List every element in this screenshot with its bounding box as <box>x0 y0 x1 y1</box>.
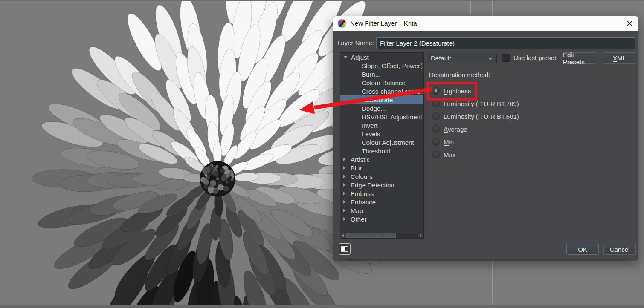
tree-item-burn[interactable]: Burn... <box>340 70 423 78</box>
tree-item-dodge[interactable]: Dodge... <box>340 104 423 112</box>
options-frame-border <box>427 81 427 240</box>
edit-presets-button[interactable]: Edit Presets <box>563 52 596 64</box>
tree-item-colour-adjustment[interactable]: Colour Adjustment <box>340 138 423 147</box>
tree-item-hsv-hsl-adjustment[interactable]: HSV/HSL Adjustment <box>340 112 423 121</box>
new-filter-layer-dialog: New Filter Layer – Krita Layer Name: Fil… <box>333 16 638 259</box>
tree-item-desaturate-selected[interactable]: Desaturate <box>340 95 423 104</box>
options-bottom-separator <box>427 240 633 240</box>
chevron-down-icon <box>488 58 493 60</box>
triangle-right-icon[interactable] <box>343 209 347 212</box>
desaturation-method-heading: Desaturation method: <box>429 71 490 78</box>
triangle-right-icon[interactable] <box>343 183 347 187</box>
filter-preview-toggle-button[interactable] <box>339 243 351 255</box>
tree-item-edge-detection[interactable]: Edge Detection <box>340 181 423 189</box>
ok-button[interactable]: OK <box>566 244 599 255</box>
triangle-right-icon[interactable] <box>343 192 347 195</box>
tree-item-emboss[interactable]: Emboss <box>340 189 423 198</box>
radio-selected-icon[interactable] <box>432 87 440 95</box>
radio-icon[interactable] <box>432 151 440 158</box>
triangle-right-icon[interactable] <box>343 175 347 178</box>
status-bar-strip <box>0 305 644 308</box>
scrollbar-right-arrow-icon[interactable] <box>418 233 423 238</box>
tree-item-threshold[interactable]: Threshold <box>340 147 423 155</box>
radio-average[interactable]: Average <box>432 125 467 133</box>
dialog-title: New Filter Layer – Krita <box>350 20 417 27</box>
triangle-right-icon[interactable] <box>343 158 347 161</box>
tree-item-enhance[interactable]: Enhance <box>340 198 423 206</box>
tree-item-adjust[interactable]: Adjust <box>340 53 423 61</box>
cancel-button[interactable]: Cancel <box>603 244 636 255</box>
split-square-icon <box>341 246 348 252</box>
tree-item-invert[interactable]: Invert <box>340 121 423 130</box>
triangle-right-icon[interactable] <box>343 200 347 204</box>
tree-item-map[interactable]: Map <box>340 206 423 215</box>
triangle-right-icon[interactable] <box>343 217 347 221</box>
layer-name-label: Layer Name: <box>337 38 374 48</box>
tree-item-cross-channel[interactable]: Cross-channel colour... <box>340 87 423 95</box>
preset-dropdown[interactable]: Default <box>427 53 497 63</box>
radio-lightness[interactable]: Lightness <box>432 86 471 95</box>
xml-button[interactable]: XML <box>603 52 636 64</box>
use-last-preset-label: Use last preset <box>513 54 556 62</box>
filter-category-tree[interactable]: Adjust Slope, Offset, Power(A Burn... Co… <box>340 52 424 239</box>
scrollbar-left-arrow-icon[interactable] <box>340 233 346 238</box>
scrollbar-thumb[interactable] <box>346 233 396 238</box>
layer-name-input[interactable]: Filter Layer 2 (Desaturate) <box>376 37 635 49</box>
tree-item-colour-balance[interactable]: Colour Balance <box>340 78 423 87</box>
radio-icon[interactable] <box>432 100 440 107</box>
radio-max[interactable]: Max <box>432 150 455 159</box>
radio-icon[interactable] <box>432 112 440 120</box>
radio-luminosity-601[interactable]: Luminosity (ITU-R BT.601) <box>432 112 519 121</box>
radio-icon[interactable] <box>432 125 440 133</box>
close-icon[interactable] <box>626 20 633 27</box>
use-last-preset-checkbox[interactable] <box>502 54 510 62</box>
tree-item-blur[interactable]: Blur <box>340 164 423 172</box>
radio-luminosity-709[interactable]: Luminosity (ITU-R BT.709) <box>432 99 519 108</box>
scrollbar-track[interactable] <box>346 233 418 238</box>
radio-icon[interactable] <box>432 138 440 146</box>
tree-item-slope-offset-power[interactable]: Slope, Offset, Power(A <box>340 61 423 70</box>
tree-item-other[interactable]: Other <box>340 215 423 223</box>
tree-item-artistic[interactable]: Artistic <box>340 155 423 164</box>
radio-min[interactable]: Min <box>432 138 454 146</box>
krita-logo-icon <box>338 19 346 28</box>
triangle-right-icon[interactable] <box>343 166 347 170</box>
tree-item-levels[interactable]: Levels <box>340 130 423 138</box>
tree-item-colours[interactable]: Colours <box>340 172 423 181</box>
triangle-down-icon[interactable] <box>343 56 348 58</box>
dialog-titlebar[interactable]: New Filter Layer – Krita <box>333 16 638 31</box>
tree-horizontal-scrollbar[interactable] <box>340 233 423 238</box>
krita-application: New Filter Layer – Krita Layer Name: Fil… <box>0 0 644 308</box>
canvas-frame-corner <box>470 1 493 14</box>
canvas-top-edge <box>0 0 644 1</box>
